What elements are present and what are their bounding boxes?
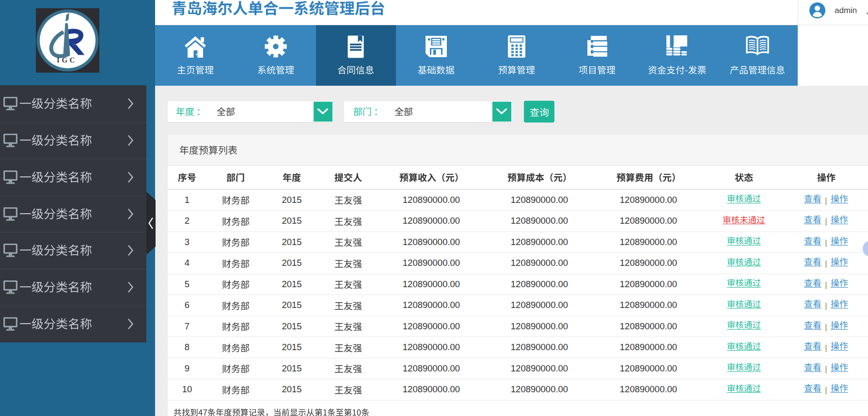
svg-text:IGC: IGC xyxy=(57,56,77,64)
